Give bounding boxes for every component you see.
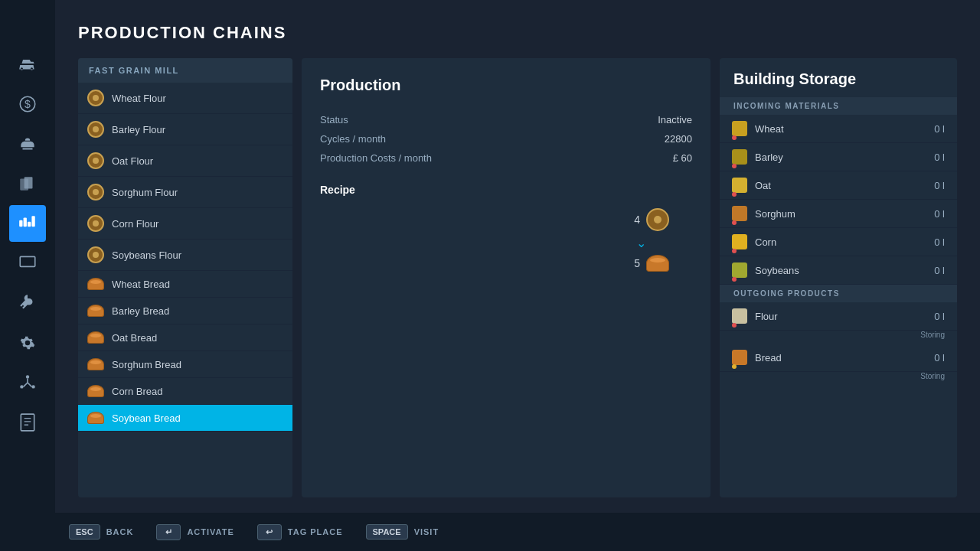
sidebar-icon-tractor[interactable] <box>9 46 46 83</box>
svg-rect-12 <box>21 414 34 431</box>
incoming-items-container: Wheat0 lBarley0 lOat0 lSorghum0 lCorn0 l… <box>720 115 957 285</box>
list-item-label-oat-bread: Oat Bread <box>112 332 157 344</box>
list-item-label-wheat-flour: Wheat Flour <box>112 93 166 104</box>
list-item-sorghum-flour[interactable]: Sorghum Flour <box>78 177 292 208</box>
esc-key-cap: ESC <box>69 524 100 540</box>
stat-status: Status Inactive <box>320 112 692 127</box>
sidebar-icon-cards[interactable] <box>9 165 46 202</box>
storage-icon-sorghum <box>732 206 747 221</box>
sidebar-icon-settings[interactable] <box>9 324 46 361</box>
sidebar-icon-livestock[interactable] <box>9 126 46 162</box>
tag-key-label: TAG PLACE <box>288 527 343 536</box>
list-item-corn-flour[interactable]: Corn Flour <box>78 208 292 240</box>
recipe-output-item: 5 <box>634 255 669 272</box>
list-item-icon-soybeans-flour <box>87 246 104 263</box>
storage-outgoing-wrapper-flour: Flour0 lStoring <box>720 302 957 344</box>
main-content: PRODUCTION CHAINS FAST GRAIN MILL Wheat … <box>55 0 980 513</box>
stat-costs-label: Production Costs / month <box>320 152 432 164</box>
visit-key-label: VISIT <box>414 527 439 536</box>
sidebar: $ <box>0 0 55 551</box>
list-items-container: Wheat FlourBarley FlourOat FlourSorghum … <box>78 83 292 497</box>
list-item-icon-barley-bread <box>87 305 104 317</box>
production-panel: Production Status Inactive Cycles / mont… <box>302 58 710 497</box>
list-item-sorghum-bread[interactable]: Sorghum Bread <box>78 351 292 378</box>
storage-outgoing-bread: Bread0 l <box>720 344 957 372</box>
page-title: PRODUCTION CHAINS <box>78 23 957 43</box>
storage-outgoing-name-bread: Bread <box>755 352 914 364</box>
list-item-icon-sorghum-flour <box>87 184 104 201</box>
storage-incoming-soybeans: Soybeans0 l <box>720 256 957 285</box>
list-item-icon-corn-flour <box>87 215 104 232</box>
list-item-soybeans-flour[interactable]: Soybeans Flour <box>78 240 292 271</box>
activate-key-label: ACTIVATE <box>187 527 234 536</box>
list-item-oat-bread[interactable]: Oat Bread <box>78 324 292 351</box>
storage-value-soybeans: 0 l <box>922 265 945 276</box>
bottom-bar: ESC BACK ↵ ACTIVATE ↩ TAG PLACE SPACE VI… <box>0 513 980 551</box>
stat-cycles-label: Cycles / month <box>320 133 386 145</box>
esc-key-label: BACK <box>106 527 134 536</box>
production-stats: Status Inactive Cycles / month 22800 Pro… <box>320 112 692 165</box>
storage-value-wheat: 0 l <box>922 123 945 135</box>
sidebar-icon-economy[interactable]: $ <box>9 86 46 122</box>
storage-dot-wheat <box>732 135 737 140</box>
incoming-materials-label: INCOMING MATERIALS <box>720 97 957 115</box>
stat-cycles-value: 22800 <box>665 133 692 145</box>
list-item-wheat-bread[interactable]: Wheat Bread <box>78 271 292 298</box>
svg-rect-6 <box>28 222 31 227</box>
list-item-icon-corn-bread <box>87 385 104 397</box>
storage-icon-wheat <box>732 121 747 136</box>
storage-icon-oat <box>732 178 747 193</box>
list-item-icon-soybean-bread <box>87 412 104 424</box>
storage-name-oat: Oat <box>755 180 914 191</box>
esc-back-button[interactable]: ESC BACK <box>69 524 133 540</box>
storage-panel: Building Storage INCOMING MATERIALS Whea… <box>720 58 957 497</box>
svg-point-11 <box>31 385 34 388</box>
storage-incoming-oat: Oat0 l <box>720 171 957 200</box>
storage-incoming-corn: Corn0 l <box>720 228 957 256</box>
stat-status-value: Inactive <box>658 114 692 126</box>
activate-button[interactable]: ↵ ACTIVATE <box>156 524 234 540</box>
visit-button[interactable]: SPACE VISIT <box>366 524 439 540</box>
storage-dot-barley <box>732 164 737 168</box>
storage-value-sorghum: 0 l <box>922 208 945 220</box>
recipe-section: Recipe 4 ⌄ 5 <box>320 184 692 272</box>
storage-icon-corn <box>732 234 747 249</box>
storage-outgoing-icon-bread <box>732 350 747 365</box>
list-item-label-soybean-bread: Soybean Bread <box>112 412 181 424</box>
sidebar-icon-monitor[interactable] <box>9 245 46 282</box>
svg-point-10 <box>20 385 23 388</box>
tag-place-button[interactable]: ↩ TAG PLACE <box>257 524 343 540</box>
storage-sub-bread: Storing <box>720 372 957 385</box>
sidebar-icon-workshop[interactable] <box>9 285 46 321</box>
recipe-arrow: ⌄ <box>636 236 669 250</box>
storage-sub-flour: Storing <box>720 331 957 344</box>
production-list-panel: FAST GRAIN MILL Wheat FlourBarley FlourO… <box>78 58 292 497</box>
list-panel-header: FAST GRAIN MILL <box>78 58 292 83</box>
list-item-label-corn-bread: Corn Bread <box>112 386 162 397</box>
storage-icon-soybeans <box>732 262 747 278</box>
recipe-bread-icon <box>646 255 669 272</box>
list-item-barley-bread[interactable]: Barley Bread <box>78 298 292 324</box>
content-row: FAST GRAIN MILL Wheat FlourBarley FlourO… <box>78 58 957 497</box>
stat-cycles: Cycles / month 22800 <box>320 132 692 146</box>
stat-costs-value: £ 60 <box>673 152 692 164</box>
list-item-icon-barley-flour <box>87 121 104 138</box>
recipe-flour-icon <box>646 208 669 231</box>
storage-dot-soybeans <box>732 277 737 282</box>
list-item-icon-oat-flour <box>87 152 104 169</box>
list-item-label-oat-flour: Oat Flour <box>112 155 153 167</box>
outgoing-items-container: Flour0 lStoringBread0 lStoring <box>720 302 957 385</box>
production-title: Production <box>320 77 692 94</box>
list-item-soybean-bread[interactable]: Soybean Bread <box>78 405 292 432</box>
storage-outgoing-name-flour: Flour <box>755 311 914 322</box>
list-item-label-soybeans-flour: Soybeans Flour <box>112 249 181 261</box>
list-item-label-corn-flour: Corn Flour <box>112 218 158 230</box>
list-item-barley-flour[interactable]: Barley Flour <box>78 114 292 145</box>
sidebar-icon-production[interactable] <box>9 205 46 242</box>
list-item-wheat-flour[interactable]: Wheat Flour <box>78 83 292 114</box>
list-item-corn-bread[interactable]: Corn Bread <box>78 378 292 405</box>
list-item-oat-flour[interactable]: Oat Flour <box>78 145 292 177</box>
sidebar-icon-guide[interactable] <box>9 404 46 441</box>
sidebar-icon-network[interactable] <box>9 364 46 401</box>
storage-dot-corn <box>732 249 737 253</box>
